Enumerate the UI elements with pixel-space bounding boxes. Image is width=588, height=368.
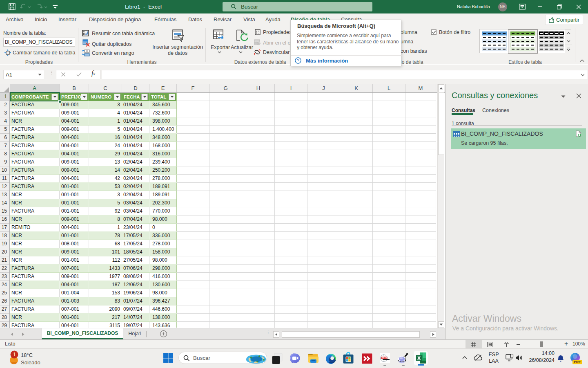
svg-text:1: 1 xyxy=(13,352,16,357)
svg-text:?: ? xyxy=(297,58,299,63)
